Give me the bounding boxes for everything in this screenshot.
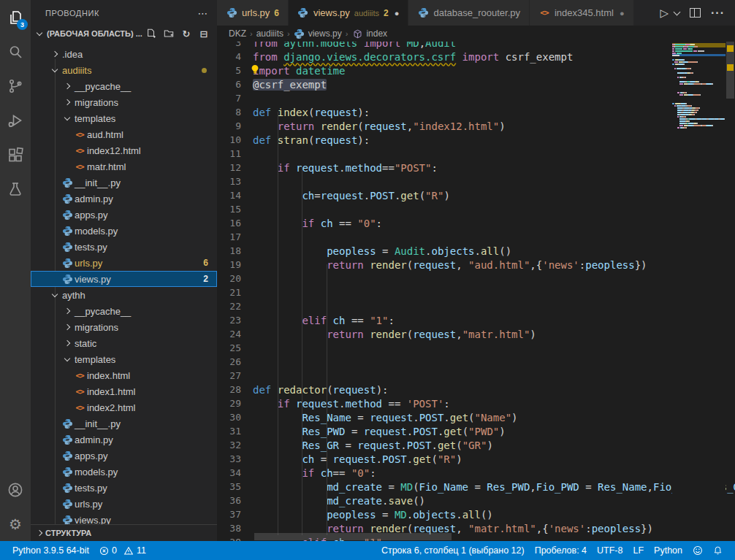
code-line-15[interactable]: 15 xyxy=(217,202,735,216)
more-actions-icon[interactable]: ··· xyxy=(711,7,725,20)
code-line-28[interactable]: 28def redactor(request): xyxy=(217,383,735,396)
code-line-10[interactable]: 10def stran(request): xyxy=(217,133,735,147)
tree-item-apps-py[interactable]: apps.py xyxy=(31,448,217,464)
tree-item-views-py[interactable]: views.py xyxy=(31,512,217,524)
run-dropdown-icon[interactable] xyxy=(674,8,681,15)
tree-item--idea[interactable]: .idea xyxy=(31,46,217,62)
code-line-25[interactable]: 25 xyxy=(217,341,735,355)
tree-item-matr-html[interactable]: <>matr.html xyxy=(31,158,217,174)
code-line-31[interactable]: 31 Res_PWD = request.POST.get("PWD") xyxy=(217,424,735,438)
run-debug-icon[interactable] xyxy=(0,103,31,137)
tree-item-migrations[interactable]: migrations xyxy=(31,319,217,335)
eol-setting[interactable]: LF xyxy=(628,541,649,560)
tab-urls-py[interactable]: urls.py6 xyxy=(217,0,289,26)
tree-item-index2-html[interactable]: <>index2.html xyxy=(31,399,217,415)
tree-item--pycache-[interactable]: __pycache__ xyxy=(31,303,217,319)
code-line-26[interactable]: 26 xyxy=(217,355,735,369)
indentation-setting[interactable]: Пробелов: 4 xyxy=(530,541,592,560)
code-editor[interactable]: 3from aythh.models import MD,Audit4from … xyxy=(217,42,735,541)
python-interpreter[interactable]: Python 3.9.5 64-bit xyxy=(7,541,94,560)
outline-section-header[interactable]: СТРУКТУРА xyxy=(31,524,217,541)
code-line-14[interactable]: 14 ch=request.POST.get("R") xyxy=(217,188,735,202)
problems-indicator[interactable]: 0 11 xyxy=(94,541,151,560)
extensions-icon[interactable] xyxy=(0,137,31,172)
code-line-29[interactable]: 29 if request.method == 'POST': xyxy=(217,396,735,410)
tree-item-views-py[interactable]: views.py2 xyxy=(31,271,217,287)
tree-item-tests-py[interactable]: tests.py xyxy=(31,480,217,496)
tree-item-admin-py[interactable]: admin.py xyxy=(31,431,217,448)
tab-views-py[interactable]: views.pyaudiiits2● xyxy=(289,0,408,26)
account-icon[interactable] xyxy=(0,472,31,507)
code-line-6[interactable]: 6@csrf_exempt xyxy=(217,77,735,91)
breadcrumb-item-views-py[interactable]: views.py xyxy=(294,28,342,39)
language-mode[interactable]: Python xyxy=(649,541,688,560)
settings-gear-icon[interactable]: ⚙ xyxy=(0,507,31,541)
vertical-scrollbar[interactable] xyxy=(726,42,735,541)
tree-item-models-py[interactable]: models.py xyxy=(31,464,217,480)
lightbulb-icon[interactable] xyxy=(250,64,260,74)
tree-item-admin-py[interactable]: admin.py xyxy=(31,191,217,207)
run-button[interactable]: ▷ xyxy=(660,7,669,20)
new-file-icon[interactable] xyxy=(145,28,157,39)
encoding-setting[interactable]: UTF-8 xyxy=(592,541,628,560)
code-line-22[interactable]: 22 xyxy=(217,299,735,313)
tree-item-models-py[interactable]: models.py xyxy=(31,223,217,239)
horizontal-scrollbar[interactable] xyxy=(254,533,452,540)
tree-item-urls-py[interactable]: urls.py xyxy=(31,496,217,512)
tree-item-audiiits[interactable]: audiiits xyxy=(31,62,217,78)
dirty-dot-icon[interactable]: ● xyxy=(395,9,400,18)
code-line-24[interactable]: 24 return render(request,"matr.html") xyxy=(217,327,735,341)
tree-item-aud-html[interactable]: <>aud.html xyxy=(31,126,217,142)
tree-item--pycache-[interactable]: __pycache__ xyxy=(31,78,217,94)
code-line-17[interactable]: 17 xyxy=(217,230,735,244)
code-line-27[interactable]: 27 xyxy=(217,369,735,383)
search-icon[interactable] xyxy=(0,34,31,69)
tree-item-static[interactable]: static xyxy=(31,335,217,351)
dirty-dot-icon[interactable]: ● xyxy=(620,9,625,18)
code-line-11[interactable]: 11 xyxy=(217,147,735,161)
code-line-23[interactable]: 23 elif ch == "1": xyxy=(217,313,735,327)
tree-item-templates[interactable]: templates xyxy=(31,110,217,126)
new-folder-icon[interactable] xyxy=(163,28,175,39)
code-line-16[interactable]: 16 if ch == "0": xyxy=(217,216,735,230)
testing-icon[interactable] xyxy=(0,172,31,206)
tree-item-index12-html[interactable]: <>index12.html xyxy=(31,142,217,158)
tree-item-templates[interactable]: templates xyxy=(31,351,217,367)
tree-item--init-py[interactable]: __init__.py xyxy=(31,174,217,191)
collapse-all-icon[interactable]: ⊟ xyxy=(198,28,210,39)
code-line-21[interactable]: 21 xyxy=(217,285,735,299)
tab-database-roouter-py[interactable]: database_roouter.py xyxy=(408,0,530,26)
split-editor-icon[interactable] xyxy=(690,8,701,18)
code-line-4[interactable]: 4from django.views.decorators.csrf impor… xyxy=(217,50,735,64)
breadcrumb-item-dkz[interactable]: DKZ xyxy=(229,28,246,39)
code-line-32[interactable]: 32 Res_GR = request.POST.get("GR") xyxy=(217,438,735,452)
code-line-37[interactable]: 37 peopless = MD.objects.all() xyxy=(217,507,735,521)
source-control-icon[interactable] xyxy=(0,69,31,103)
tree-item-urls-py[interactable]: urls.py6 xyxy=(31,255,217,271)
code-line-30[interactable]: 30 Res_Name = request.POST.get("Name") xyxy=(217,410,735,424)
code-line-19[interactable]: 19 return render(request, "aud.html",{'n… xyxy=(217,258,735,272)
code-line-34[interactable]: 34 if ch== "0": xyxy=(217,466,735,480)
tree-item-tests-py[interactable]: tests.py xyxy=(31,239,217,255)
tree-item-migrations[interactable]: migrations xyxy=(31,94,217,110)
code-line-3[interactable]: 3from aythh.models import MD,Audit xyxy=(217,42,735,50)
code-line-20[interactable]: 20 xyxy=(217,272,735,285)
refresh-icon[interactable]: ↻ xyxy=(180,28,192,39)
code-line-35[interactable]: 35 md_create = MD(Fio_Name = Res_PWD,Fio… xyxy=(217,480,735,494)
tree-item-apps-py[interactable]: apps.py xyxy=(31,207,217,223)
code-line-36[interactable]: 36 md_create.save() xyxy=(217,494,735,507)
code-line-5[interactable]: 5import datetime xyxy=(217,64,735,77)
code-line-7[interactable]: 7 xyxy=(217,91,735,105)
cursor-position[interactable]: Строка 6, столбец 1 (выбрано 12) xyxy=(376,541,530,560)
sidebar-more-actions[interactable]: ⋯ xyxy=(197,7,208,19)
code-line-12[interactable]: 12 if request.method=="POST": xyxy=(217,161,735,174)
tree-item-index1-html[interactable]: <>index1.html xyxy=(31,383,217,399)
code-line-13[interactable]: 13 xyxy=(217,174,735,188)
minimap[interactable] xyxy=(672,42,726,541)
code-line-18[interactable]: 18 peopless = Audit.objects.all() xyxy=(217,244,735,258)
tree-item-index-html[interactable]: <>index.html xyxy=(31,367,217,383)
tree-item--init-py[interactable]: __init__.py xyxy=(31,415,217,431)
breadcrumb-item-index[interactable]: index xyxy=(351,28,387,39)
workspace-section-header[interactable]: (РАБОЧАЯ ОБЛАСТЬ) ... ↻ ⊟ xyxy=(31,26,217,42)
tab-index345-html[interactable]: <>index345.html● xyxy=(530,0,634,26)
